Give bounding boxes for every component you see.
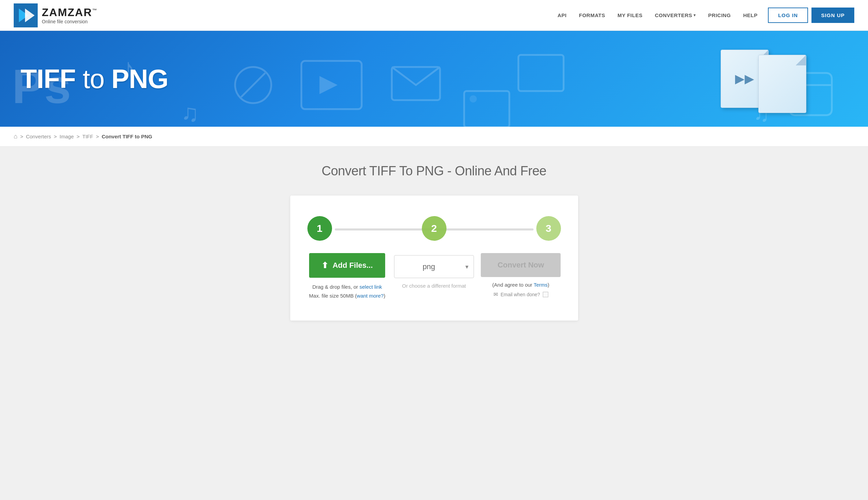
hero-title: TIFF to PNG	[21, 63, 168, 94]
hero-banner: Ps ♪ ♫ ♪ ♫ TIFF to PNG ▶▶	[0, 31, 868, 127]
logo[interactable]: ZAMZAR™ Online file conversion	[14, 3, 98, 27]
steps-content: ⬆ Add Files... Drag & drop files, or sel…	[308, 253, 561, 300]
format-select-wrapper: png jpg gif bmp webp ▾	[394, 255, 474, 278]
chevron-down-icon: ▾	[693, 13, 696, 18]
select-link[interactable]: select link	[359, 284, 382, 290]
svg-marker-9	[319, 76, 337, 94]
email-row: ✉ Email when done?	[493, 291, 548, 298]
breadcrumb-sep-1: >	[20, 134, 23, 139]
svg-line-7	[241, 73, 265, 97]
breadcrumb-image[interactable]: Image	[60, 134, 74, 139]
upload-icon: ⬆	[321, 261, 328, 270]
page-title: Convert TIFF To PNG - Online And Free	[14, 164, 854, 179]
logo-text: ZAMZAR™ Online file conversion	[42, 6, 98, 24]
breadcrumb: ⌂ > Converters > Image > TIFF > Convert …	[0, 127, 868, 147]
steps-row: 1 2 3	[308, 216, 561, 241]
home-icon[interactable]: ⌂	[14, 133, 18, 140]
step-2-circle: 2	[422, 216, 446, 241]
breadcrumb-tiff[interactable]: TIFF	[82, 134, 93, 139]
breadcrumb-converters[interactable]: Converters	[26, 134, 51, 139]
convert-now-button[interactable]: Convert Now	[481, 253, 560, 277]
play-arrow-icon: ▶▶	[735, 71, 754, 86]
nav-pricing[interactable]: PRICING	[708, 12, 731, 18]
drop-text: Drag & drop files, or select link Max. f…	[309, 283, 386, 300]
breadcrumb-sep-3: >	[76, 134, 79, 139]
header: ZAMZAR™ Online file conversion API FORMA…	[0, 0, 868, 31]
breadcrumb-sep-4: >	[96, 134, 99, 139]
svg-rect-13	[519, 55, 564, 91]
step-3-col: Convert Now (And agree to our Terms) ✉ E…	[481, 253, 560, 298]
add-files-button[interactable]: ⬆ Add Files...	[309, 253, 385, 278]
nav-converters[interactable]: CONVERTERS ▾	[655, 12, 696, 18]
svg-text:♫: ♫	[181, 99, 199, 126]
nav-help[interactable]: HELP	[743, 12, 758, 18]
nav-my-files[interactable]: MY FILES	[617, 12, 643, 18]
signup-button[interactable]: SIGN UP	[811, 8, 854, 23]
breadcrumb-sep-2: >	[54, 134, 57, 139]
step-2-col: png jpg gif bmp webp ▾ Or choose a diffe…	[394, 253, 474, 289]
email-checkbox[interactable]	[543, 292, 548, 297]
email-icon: ✉	[493, 291, 498, 298]
converter-card: 1 2 3 ⬆ Add Files... Drag & drop files, …	[290, 195, 578, 320]
agree-text: (And agree to our Terms)	[492, 282, 549, 288]
nav: API FORMATS MY FILES CONVERTERS ▾ PRICIN…	[558, 12, 758, 18]
format-select[interactable]: png jpg gif bmp webp	[394, 255, 474, 278]
login-button[interactable]: LOG IN	[768, 8, 808, 23]
want-more-link[interactable]: want more?	[357, 293, 383, 299]
step-1-col: ⬆ Add Files... Drag & drop files, or sel…	[308, 253, 387, 300]
main-content: Convert TIFF To PNG - Online And Free 1 …	[0, 147, 868, 341]
email-label: Email when done?	[501, 292, 540, 297]
or-format-text: Or choose a different format	[402, 283, 466, 289]
nav-api[interactable]: API	[558, 12, 567, 18]
logo-name: ZAMZAR™	[42, 6, 98, 19]
breadcrumb-current: Convert TIFF to PNG	[102, 134, 153, 139]
step-3-circle: 3	[536, 216, 561, 241]
nav-formats[interactable]: FORMATS	[579, 12, 605, 18]
svg-point-12	[469, 95, 477, 102]
hero-files-illustration: ▶▶	[721, 45, 806, 113]
step-1-circle: 1	[308, 216, 332, 241]
terms-link[interactable]: Terms	[534, 282, 548, 288]
file-doc-2	[758, 55, 806, 113]
logo-subtitle: Online file conversion	[42, 19, 98, 24]
logo-icon	[14, 3, 38, 27]
